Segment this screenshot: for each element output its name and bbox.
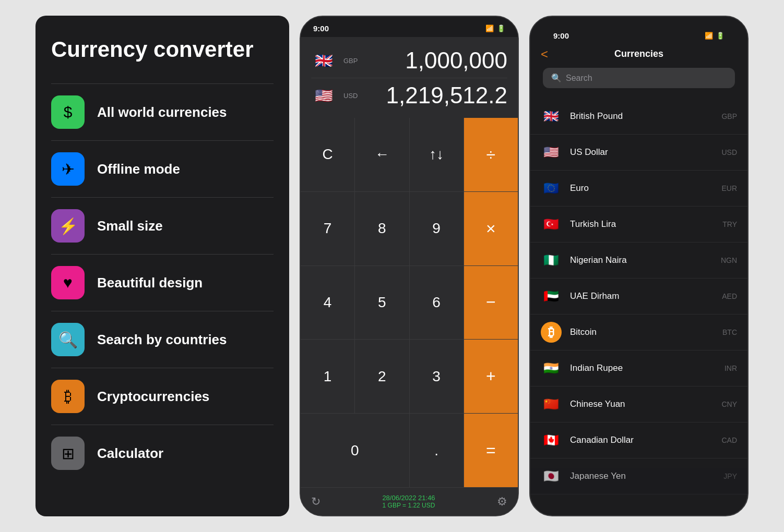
try-name: Turkish Lira xyxy=(570,219,714,229)
key-divide[interactable]: ÷ xyxy=(464,118,518,191)
jpy-flag: 🇯🇵 xyxy=(541,466,562,487)
settings-icon[interactable]: ⚙ xyxy=(497,495,507,509)
cny-flag: 🇨🇳 xyxy=(541,394,562,415)
list-item[interactable]: 🇦🇪 UAE Dirham AED xyxy=(530,279,747,315)
list-item[interactable]: 🇪🇺 Euro EUR xyxy=(530,171,747,207)
list-item[interactable]: 🇯🇵 Japanese Yen JPY xyxy=(530,458,747,494)
to-currency-flag: 🇺🇸 xyxy=(311,83,336,108)
currencies-status-icons: 📶 🔋 xyxy=(705,32,724,40)
list-item[interactable]: 🇹🇷 Turkish Lira TRY xyxy=(530,207,747,243)
key-0[interactable]: 0 xyxy=(301,414,409,487)
to-currency-amount: 1,219,512.2 xyxy=(365,82,507,108)
key-add[interactable]: + xyxy=(464,340,518,413)
exchange-rate-info: 28/06/2022 21:46 1 GBP = 1.22 USD xyxy=(382,494,435,509)
cny-name: Chinese Yuan xyxy=(570,399,713,409)
feature-search-countries[interactable]: 🔍 Search by countries xyxy=(51,311,274,368)
search-countries-icon: 🔍 xyxy=(51,323,85,356)
inr-code: INR xyxy=(724,364,737,372)
app-title: Currency converter xyxy=(51,37,274,63)
key-swap[interactable]: ↑↓ xyxy=(410,118,464,191)
key-multiply[interactable]: × xyxy=(464,192,518,265)
calculator-panel: 9:00 📶 🔋 🇬🇧 GBP 1,000,000 🇺🇸 USD 1,219,5… xyxy=(300,16,519,516)
key-equals[interactable]: = xyxy=(464,414,518,487)
list-item[interactable]: 🇨🇳 Chinese Yuan CNY xyxy=(530,386,747,422)
feature-cryptocurrencies[interactable]: ₿ Cryptocurrencies xyxy=(51,368,274,425)
from-currency-info: GBP xyxy=(343,57,358,65)
refresh-icon[interactable]: ↻ xyxy=(311,495,320,509)
inr-flag: 🇮🇳 xyxy=(541,358,562,379)
wifi-icon: 📶 xyxy=(485,25,494,32)
currencies-search-bar[interactable]: 🔍 Search xyxy=(543,68,735,88)
key-6[interactable]: 6 xyxy=(410,266,464,340)
calculator-label: Calculator xyxy=(97,445,163,462)
key-4[interactable]: 4 xyxy=(301,266,354,340)
btc-flag: ₿ xyxy=(541,322,562,343)
status-bar: 9:00 📶 🔋 xyxy=(301,17,518,37)
to-currency-info: USD xyxy=(343,92,358,100)
exchange-rate: 1 GBP = 1.22 USD xyxy=(383,502,435,509)
from-currency-row[interactable]: 🇬🇧 GBP 1,000,000 xyxy=(311,47,507,74)
list-item[interactable]: 🇳🇬 Nigerian Naira NGN xyxy=(530,243,747,279)
back-button[interactable]: < xyxy=(541,47,548,62)
gbp-name: British Pound xyxy=(570,111,713,122)
btc-name: Bitcoin xyxy=(570,327,714,337)
feature-offline-mode[interactable]: ✈ Offline mode xyxy=(51,140,274,197)
exchange-date: 28/06/2022 21:46 xyxy=(382,494,435,502)
from-currency-amount: 1,000,000 xyxy=(365,47,507,74)
key-9[interactable]: 9 xyxy=(410,192,464,265)
currency-list: 🇬🇧 British Pound GBP 🇺🇸 US Dollar USD 🇪🇺… xyxy=(530,99,747,515)
try-flag: 🇹🇷 xyxy=(541,214,562,235)
list-item[interactable]: ₿ Bitcoin BTC xyxy=(530,315,747,350)
key-5[interactable]: 5 xyxy=(355,266,409,340)
search-placeholder: Search xyxy=(566,74,592,83)
currencies-header: 9:00 📶 🔋 < Currencies 🔍 Search xyxy=(530,17,747,99)
key-3[interactable]: 3 xyxy=(410,340,464,413)
battery-icon: 🔋 xyxy=(497,25,505,32)
features-panel: Currency converter $ All world currencie… xyxy=(35,16,289,516)
currencies-status-bar: 9:00 📶 🔋 xyxy=(541,24,737,44)
currencies-nav: < Currencies xyxy=(541,44,737,66)
to-currency-row[interactable]: 🇺🇸 USD 1,219,512.2 xyxy=(311,82,507,108)
list-item[interactable]: 🇺🇸 US Dollar USD xyxy=(530,135,747,171)
to-currency-code: USD xyxy=(343,92,358,100)
usd-flag: 🇺🇸 xyxy=(541,142,562,163)
jpy-name: Japanese Yen xyxy=(570,471,715,481)
key-clear[interactable]: C xyxy=(301,118,354,191)
calculator-icon: ⊞ xyxy=(51,437,85,470)
feature-small-size[interactable]: ⚡ Small size xyxy=(51,197,274,254)
key-8[interactable]: 8 xyxy=(355,192,409,265)
currencies-panel: 9:00 📶 🔋 < Currencies 🔍 Search 🇬🇧 Britis… xyxy=(529,16,749,516)
beautiful-design-icon: ♥ xyxy=(51,266,85,299)
calculator-display: 🇬🇧 GBP 1,000,000 🇺🇸 USD 1,219,512.2 xyxy=(301,37,518,118)
key-2[interactable]: 2 xyxy=(355,340,409,413)
eur-flag: 🇪🇺 xyxy=(541,178,562,199)
key-backspace[interactable]: ← xyxy=(355,118,409,191)
currencies-title: Currencies xyxy=(614,49,663,59)
feature-all-currencies[interactable]: $ All world currencies xyxy=(51,83,274,140)
gbp-code: GBP xyxy=(721,112,737,120)
beautiful-design-label: Beautiful design xyxy=(97,275,203,291)
feature-calculator[interactable]: ⊞ Calculator xyxy=(51,425,274,481)
from-currency-flag: 🇬🇧 xyxy=(311,48,336,73)
status-time: 9:00 xyxy=(313,24,329,33)
aed-name: UAE Dirham xyxy=(570,291,714,301)
list-item[interactable]: 🇬🇧 British Pound GBP xyxy=(530,99,747,135)
cryptocurrencies-icon: ₿ xyxy=(51,380,85,413)
jpy-code: JPY xyxy=(723,472,737,480)
key-1[interactable]: 1 xyxy=(301,340,354,413)
key-subtract[interactable]: − xyxy=(464,266,518,340)
btc-code: BTC xyxy=(722,328,737,336)
list-item[interactable]: 🇨🇦 Canadian Dollar CAD xyxy=(530,422,747,458)
key-decimal[interactable]: . xyxy=(410,414,464,487)
key-7[interactable]: 7 xyxy=(301,192,354,265)
ngn-name: Nigerian Naira xyxy=(570,255,712,265)
list-item[interactable]: 🇮🇳 Indian Rupee INR xyxy=(530,350,747,386)
from-currency-code: GBP xyxy=(343,57,358,65)
all-currencies-label: All world currencies xyxy=(97,104,227,120)
gbp-flag: 🇬🇧 xyxy=(541,106,562,127)
inr-name: Indian Rupee xyxy=(570,363,716,373)
cryptocurrencies-label: Cryptocurrencies xyxy=(97,389,209,405)
calculator-keyboard: C ← ↑↓ ÷ 7 8 9 × 4 5 6 − 1 2 3 + 0 . = xyxy=(301,118,518,487)
currencies-wifi-icon: 📶 xyxy=(705,32,713,40)
feature-beautiful-design[interactable]: ♥ Beautiful design xyxy=(51,254,274,311)
